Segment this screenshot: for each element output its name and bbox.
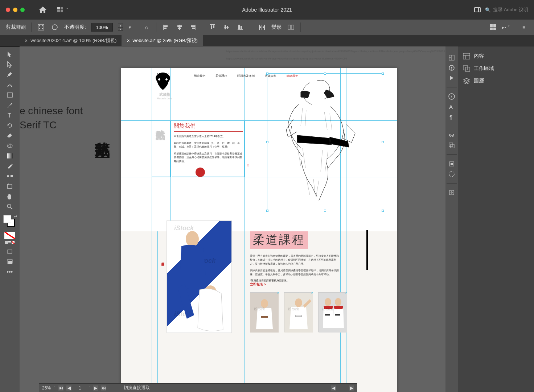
screen-mode-icon[interactable]: [4, 257, 16, 267]
fill-stroke-swatch[interactable]: ⇄: [3, 215, 16, 228]
minimize-window-button[interactable]: [13, 8, 17, 12]
character-panel-icon[interactable]: A: [447, 102, 456, 111]
type-tool[interactable]: T: [4, 111, 16, 120]
home-icon[interactable]: [39, 7, 46, 13]
transform-label[interactable]: 變形: [271, 24, 282, 30]
zoom-tool[interactable]: [4, 202, 16, 211]
artboards-panel-icon[interactable]: [447, 141, 456, 150]
chevron-down-icon[interactable]: ˅: [89, 386, 90, 390]
workspace-switcher[interactable]: ˅: [57, 7, 69, 13]
canvas[interactable]: e chinese font Serif TC 武藏塾 https://www.…: [20, 46, 445, 392]
svg-rect-21: [213, 25, 214, 28]
content-panel-label: 內容: [474, 53, 484, 59]
logo-text: 武藏塾: [154, 92, 176, 97]
align-top-icon[interactable]: [208, 23, 217, 32]
scroll-right-icon[interactable]: ▶: [349, 385, 354, 391]
svg-rect-26: [238, 25, 240, 29]
svg-rect-4: [38, 24, 44, 30]
svg-point-9: [52, 25, 57, 30]
document-tab-1[interactable]: × website2020214.ai* @ 100% (RGB/預視): [20, 35, 122, 46]
svg-point-7: [39, 28, 40, 29]
course-title: 柔道課程: [250, 231, 308, 249]
chevron-down-icon[interactable]: ˅: [54, 386, 56, 390]
edit-mask-icon[interactable]: [50, 23, 59, 32]
artboard-first-icon[interactable]: ⏮: [58, 385, 63, 391]
artboard-tool[interactable]: [4, 182, 16, 191]
svg-rect-11: [164, 25, 168, 27]
opacity-stepper[interactable]: ▲▼: [118, 24, 123, 31]
actions-panel-icon[interactable]: [447, 73, 456, 83]
paragraph-panel-icon[interactable]: ¶: [447, 112, 456, 121]
tiger-logo-icon: [154, 72, 172, 91]
svg-text:i: i: [451, 94, 452, 99]
selection-tool[interactable]: [4, 50, 16, 59]
svg-rect-66: [335, 314, 340, 315]
menu-icon[interactable]: ≡: [519, 23, 528, 32]
paintbrush-tool[interactable]: [4, 100, 16, 110]
opacity-input[interactable]: [91, 23, 113, 32]
close-tab-icon[interactable]: ×: [127, 38, 130, 44]
links-panel-icon[interactable]: [447, 131, 456, 140]
curvature-tool[interactable]: [4, 80, 16, 90]
artboards-panel-row[interactable]: 工作區域: [461, 62, 530, 75]
artboard-number[interactable]: 1: [74, 385, 86, 391]
export-panel-icon[interactable]: [447, 188, 456, 197]
svg-rect-28: [259, 25, 260, 30]
svg-rect-32: [263, 26, 264, 28]
layers-panel-row[interactable]: 圖層: [461, 75, 530, 87]
svg-rect-2: [57, 10, 60, 12]
libraries-panel-icon[interactable]: [447, 63, 456, 73]
chevron-down-icon[interactable]: ▼: [128, 25, 132, 29]
svg-rect-29: [262, 25, 262, 30]
svg-rect-51: [8, 250, 12, 253]
hand-tool[interactable]: [4, 192, 16, 201]
zoom-level[interactable]: 25%: [42, 385, 51, 391]
color-mode-icons[interactable]: [5, 241, 15, 244]
edit-toolbar-icon[interactable]: •••: [4, 267, 16, 277]
isolate-group-icon[interactable]: [37, 23, 45, 32]
align-vcenter-icon[interactable]: [222, 23, 231, 32]
grid-options-icon[interactable]: [489, 23, 497, 32]
content-panel-icon: [463, 53, 470, 59]
gradient-tool[interactable]: [4, 151, 16, 161]
draw-mode-icon[interactable]: [4, 247, 16, 256]
crop-icon[interactable]: ⎌: [142, 23, 151, 32]
help-search[interactable]: 🔍 搜尋 Adobe 說明: [485, 7, 528, 13]
color-none-icon[interactable]: [4, 232, 15, 239]
artboard-prev-icon[interactable]: ◀: [66, 385, 71, 391]
content-panel-row[interactable]: 內容: [461, 50, 530, 62]
close-tab-icon[interactable]: ×: [25, 38, 28, 44]
rectangle-tool[interactable]: [4, 90, 16, 100]
align-hcenter-icon[interactable]: [175, 23, 184, 32]
align-panel-icon[interactable]: [447, 159, 456, 169]
panel-layout-icon[interactable]: [474, 7, 481, 12]
align-left-icon[interactable]: [161, 23, 170, 32]
svg-point-44: [7, 175, 9, 177]
svg-rect-33: [288, 25, 291, 29]
direct-selection-tool[interactable]: [4, 60, 16, 69]
maximize-window-button[interactable]: [20, 8, 25, 12]
align-bottom-icon[interactable]: [236, 23, 245, 32]
svg-rect-82: [463, 53, 470, 59]
svg-point-49: [7, 204, 11, 208]
info-panel-icon[interactable]: i: [447, 92, 456, 101]
close-window-button[interactable]: [6, 8, 10, 12]
artboard-next-icon[interactable]: ▶: [93, 385, 98, 391]
distribute-icon[interactable]: [258, 23, 266, 32]
course-thumb-1: iStock: [250, 292, 278, 332]
pathfinder-panel-icon[interactable]: [447, 169, 456, 179]
align-right-icon[interactable]: [189, 23, 198, 32]
transform-icon[interactable]: [287, 23, 295, 32]
arrange-icon[interactable]: ▸▪ ˅: [502, 23, 510, 32]
eyedropper-tool[interactable]: [4, 161, 16, 171]
artboard-last-icon[interactable]: ⏭: [101, 385, 106, 391]
properties-panel-icon[interactable]: [447, 53, 456, 62]
url-note-1: https://www.shutterstock.com/zh-Hant/ima…: [226, 50, 445, 53]
pen-tool[interactable]: [4, 70, 16, 79]
eraser-tool[interactable]: [4, 131, 16, 140]
shape-builder-tool[interactable]: [4, 141, 16, 150]
document-tab-2[interactable]: × website.ai* @ 25% (RGB/預視): [122, 35, 203, 46]
blend-tool[interactable]: [4, 172, 16, 181]
rotate-tool[interactable]: [4, 121, 16, 130]
scroll-left-icon[interactable]: ◀: [331, 385, 336, 391]
